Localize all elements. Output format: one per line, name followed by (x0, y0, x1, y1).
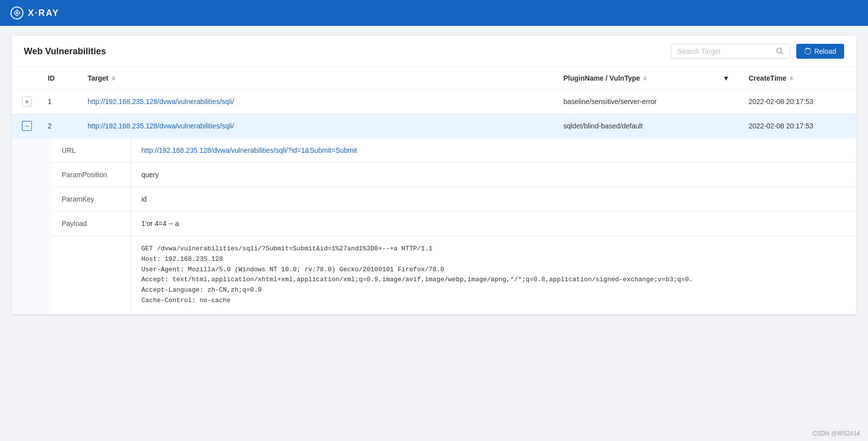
top-bar: X·RAY (0, 0, 868, 26)
detail-code-label (52, 236, 131, 314)
expand-button-2[interactable]: − (22, 121, 32, 131)
search-input[interactable] (677, 47, 776, 55)
detail-paramkey-row: ParamKey id (52, 187, 856, 212)
plugin-sort-icon (643, 76, 647, 81)
th-createtime[interactable]: CreateTime (743, 67, 852, 89)
filter-icon: ▼ (723, 74, 730, 82)
th-filter[interactable]: ▼ (717, 67, 743, 89)
td-plugin-1: baseline/sensitive/server-error (557, 91, 717, 112)
reload-label: Reload (814, 47, 836, 55)
detail-url-value: http://192.168.235.128/dvwa/vulnerabilit… (131, 138, 856, 162)
expand-button-1[interactable]: + (22, 97, 32, 107)
panel-title: Web Vulnerabilities (24, 46, 106, 57)
td-target-2[interactable]: http://192.168.235.128/dvwa/vulnerabilit… (82, 115, 557, 137)
detail-paramkey-value: id (131, 187, 856, 211)
target-link-2[interactable]: http://192.168.235.128/dvwa/vulnerabilit… (88, 122, 234, 130)
svg-line-3 (781, 53, 783, 55)
logo-text: X·RAY (28, 8, 59, 18)
xray-logo-icon (10, 6, 24, 20)
td-id-2: 2 (42, 115, 82, 137)
detail-payload-label: Payload (52, 212, 131, 235)
detail-paramkey-label: ParamKey (52, 187, 131, 211)
detail-url-row: URL http://192.168.235.128/dvwa/vulnerab… (52, 138, 856, 163)
svg-point-1 (16, 12, 18, 14)
th-id: ID (42, 67, 82, 89)
reload-button[interactable]: Reload (796, 44, 844, 59)
detail-url-label: URL (52, 138, 131, 162)
target-sort-icon (111, 76, 115, 81)
th-plugin[interactable]: PluginName / VulnType (557, 67, 717, 89)
createtime-sort-icon (789, 76, 793, 81)
panel-header: Web Vulnerabilities Reload (12, 36, 856, 67)
td-expand-2[interactable]: − (16, 114, 42, 138)
td-filter-2 (717, 119, 743, 133)
table-header: ID Target PluginName / VulnType (12, 67, 856, 90)
target-link-1[interactable]: http://192.168.235.128/dvwa/vulnerabilit… (88, 98, 234, 106)
search-icon (776, 47, 784, 55)
table-row-selected: − 2 http://192.168.235.128/dvwa/vulnerab… (12, 114, 856, 138)
search-box (671, 44, 790, 59)
td-target-1[interactable]: http://192.168.235.128/dvwa/vulnerabilit… (82, 91, 557, 112)
td-plugin-2: sqldet/blind-based/default (557, 115, 717, 137)
detail-code-value: GET /dvwa/vulnerabilities/sqli/?Submit=S… (131, 236, 856, 314)
td-createtime-2: 2022-02-08 20:17:53 (743, 115, 852, 137)
detail-url-link[interactable]: http://192.168.235.128/dvwa/vulnerabilit… (141, 146, 357, 154)
main-content: Web Vulnerabilities Reload (0, 26, 868, 325)
logo: X·RAY (10, 6, 59, 20)
th-target[interactable]: Target (82, 67, 557, 89)
td-id-1: 1 (42, 91, 82, 112)
td-filter-1 (717, 95, 743, 109)
panel-actions: Reload (671, 44, 844, 59)
detail-code-row: GET /dvwa/vulnerabilities/sqli/?Submit=S… (52, 236, 856, 314)
detail-panel: URL http://192.168.235.128/dvwa/vulnerab… (12, 138, 856, 315)
footer: CSDN @WS2414 (812, 430, 860, 437)
detail-payload-row: Payload 1'or 4=4 -- a (52, 212, 856, 236)
detail-paramposition-value: query (131, 163, 856, 187)
table-row: + 1 http://192.168.235.128/dvwa/vulnerab… (12, 90, 856, 114)
detail-paramposition-label: ParamPosition (52, 163, 131, 187)
vulnerabilities-table: ID Target PluginName / VulnType (12, 67, 856, 315)
td-expand-1[interactable]: + (16, 90, 42, 113)
detail-payload-value: 1'or 4=4 -- a (131, 212, 856, 235)
th-expand (16, 67, 42, 89)
vulnerabilities-panel: Web Vulnerabilities Reload (12, 36, 856, 315)
reload-spinner-icon (804, 48, 811, 55)
footer-text: CSDN @WS2414 (812, 430, 860, 437)
td-createtime-1: 2022-02-08 20:17:53 (743, 91, 852, 112)
detail-paramposition-row: ParamPosition query (52, 163, 856, 187)
